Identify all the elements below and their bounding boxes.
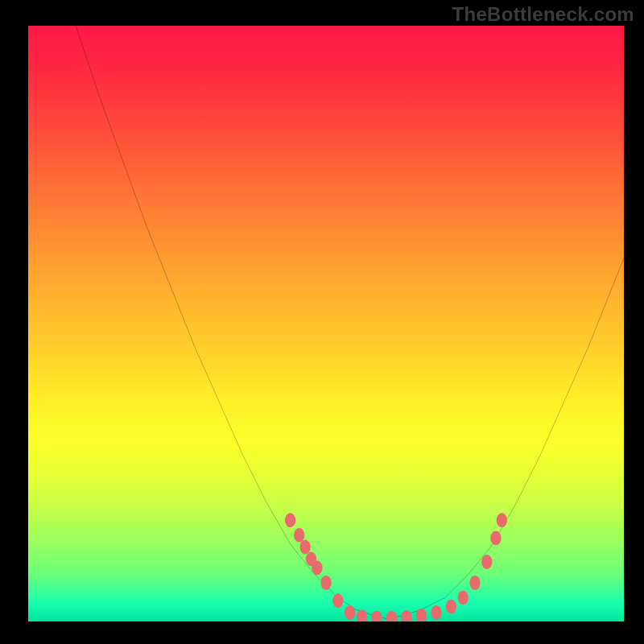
marker-point: [481, 555, 492, 569]
plot-area: [28, 26, 624, 621]
marker-point: [497, 513, 507, 527]
marker-point: [401, 610, 411, 621]
curve-right-path: [386, 258, 624, 619]
marker-point: [357, 609, 367, 621]
marker-point: [306, 551, 316, 566]
marker-point: [294, 528, 304, 543]
chart-svg: [28, 26, 624, 621]
curve-left-path: [76, 26, 386, 618]
marker-point: [416, 609, 427, 621]
marker-point: [312, 561, 322, 576]
marker-point: [320, 576, 331, 590]
marker-point: [431, 605, 441, 620]
curve-group: [76, 26, 624, 618]
markers-group: [285, 513, 507, 621]
marker-point: [490, 531, 501, 546]
chart-frame: TheBottleneck.com: [0, 0, 644, 644]
marker-point: [386, 611, 397, 621]
marker-point: [371, 611, 382, 621]
marker-point: [458, 591, 469, 605]
marker-point: [345, 605, 355, 620]
marker-point: [446, 600, 456, 614]
marker-point: [285, 513, 295, 527]
marker-point: [299, 540, 310, 555]
watermark-text: TheBottleneck.com: [452, 3, 634, 26]
marker-point: [469, 576, 480, 590]
marker-point: [332, 593, 343, 608]
